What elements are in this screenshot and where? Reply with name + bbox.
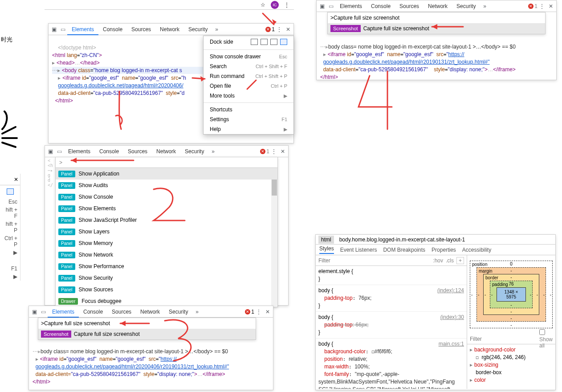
- command-item[interactable]: PanelShow Layers: [56, 226, 277, 237]
- command-result[interactable]: Screenshot Capture full size screenshot: [38, 329, 256, 339]
- command-label: Show Network: [79, 252, 113, 258]
- tab-console[interactable]: Console: [98, 24, 127, 35]
- panel-badge: Panel: [58, 217, 75, 224]
- command-item[interactable]: PanelShow Elements: [56, 203, 277, 214]
- hov-toggle[interactable]: :hov: [433, 257, 443, 264]
- command-label: Show Sources: [79, 286, 113, 293]
- panel-badge: Panel: [58, 182, 75, 189]
- tab-sources[interactable]: Sources: [127, 24, 155, 35]
- device-icon[interactable]: ▭: [39, 307, 48, 316]
- subtab-eventlisteners[interactable]: Event Listeners: [340, 247, 377, 253]
- menu-item[interactable]: Show console drawerEsc: [204, 52, 293, 61]
- command-item[interactable]: PanelShow Performance: [56, 261, 277, 272]
- tab-network[interactable]: Network: [155, 24, 184, 35]
- command-item[interactable]: PanelShow Application: [56, 168, 277, 180]
- panel-badge: Panel: [58, 240, 75, 247]
- panel-badge: Panel: [58, 194, 75, 200]
- shortcut: F1: [0, 265, 20, 273]
- panel-badge: Panel: [58, 275, 75, 282]
- cls-toggle[interactable]: .cls: [446, 257, 454, 264]
- menu-item[interactable]: Open fileCtrl + P: [204, 81, 293, 91]
- device-icon[interactable]: ▭: [58, 25, 67, 34]
- devtools-panel-4: ▣▭ Elements Console Sources Network Secu…: [316, 0, 557, 80]
- command-label: Show Audits: [79, 182, 108, 188]
- panel-badge: Panel: [58, 171, 75, 177]
- computed-filter-input[interactable]: [470, 336, 537, 342]
- box-model-content: 1348 × 5975: [497, 287, 526, 302]
- command-input[interactable]: >Capture full size screenshot: [38, 318, 256, 329]
- dock-label: Dock side: [210, 39, 233, 45]
- command-label: Show Layers: [79, 229, 110, 235]
- inspect-icon[interactable]: ▣: [30, 307, 39, 316]
- new-rule-button[interactable]: +: [456, 257, 464, 264]
- dock-bottom-icon[interactable]: [270, 39, 277, 45]
- command-item[interactable]: PanelShow Audits: [56, 180, 277, 191]
- tab-security[interactable]: Security: [184, 24, 212, 35]
- command-label: Show Console: [79, 194, 113, 200]
- command-label: Capture full size screenshot: [74, 331, 140, 337]
- panel-badge: Panel: [58, 229, 75, 235]
- command-label: Capture full size screenshot: [363, 25, 429, 32]
- subtab-properties[interactable]: Properties: [432, 247, 456, 253]
- close-icon[interactable]: ✕: [284, 25, 293, 34]
- styles-subtabs: Styles Event Listeners DOM Breakpoints P…: [316, 245, 555, 255]
- menu-run-command[interactable]: Run commandCtrl + Shift + P: [204, 71, 293, 81]
- error-badge[interactable]: ✕1: [265, 26, 275, 33]
- command-result[interactable]: Screenshot Capture full size screenshot: [328, 23, 545, 34]
- shortcut: hift + P: [0, 220, 20, 234]
- box-model: position0--- margin---- border---- paddi…: [467, 255, 555, 334]
- command-palette: > PanelShow ApplicationPanelShow AuditsP…: [55, 157, 278, 307]
- shortcut: hift + F: [0, 206, 20, 220]
- settings-kebab-icon[interactable]: ⋮: [275, 25, 284, 34]
- shortcut: Ctrl + P: [0, 234, 20, 249]
- subtab-dombreak[interactable]: DOM Breakpoints: [383, 247, 425, 253]
- shortcut: Esc: [0, 198, 20, 206]
- dock-undock-icon[interactable]: [251, 39, 258, 45]
- command-item[interactable]: PanelShow Security: [56, 272, 277, 284]
- avatar-icon[interactable]: IC: [271, 1, 279, 9]
- command-label: Focus debuggee: [81, 298, 121, 304]
- shortcut: ▶: [0, 273, 20, 281]
- panel-badge: Panel: [58, 252, 75, 258]
- breadcrumb-item[interactable]: html: [318, 236, 334, 244]
- inspect-icon[interactable]: ▣: [49, 25, 58, 34]
- command-item[interactable]: PanelShow JavaScript Profiler: [56, 214, 277, 226]
- subtab-accessibility[interactable]: Accessibility: [462, 247, 491, 253]
- command-item[interactable]: PanelShow Console: [56, 191, 277, 203]
- menu-item[interactable]: More tools▶: [204, 91, 293, 101]
- page-text: 时光: [1, 36, 12, 44]
- dock-left-icon[interactable]: [261, 39, 268, 45]
- command-label: Show Memory: [79, 240, 113, 246]
- menu-item[interactable]: SearchCtrl + Shift + F: [204, 61, 293, 71]
- tab-elements[interactable]: Elements: [48, 306, 79, 318]
- command-item[interactable]: PanelShow Memory: [56, 237, 277, 249]
- command-item[interactable]: PanelShow Sources: [56, 284, 277, 295]
- menu-item[interactable]: SettingsF1: [204, 114, 293, 124]
- kebab-icon[interactable]: ⋮: [284, 2, 289, 8]
- shortcut: ▶: [0, 249, 20, 257]
- breadcrumb-item[interactable]: body.home.blog.logged-in.m-excerpt-cat.s…: [337, 236, 468, 244]
- command-input[interactable]: >Capture full size screenshot: [328, 12, 545, 23]
- menu-item[interactable]: Help▶: [204, 124, 293, 134]
- panel-badge: Panel: [58, 205, 75, 212]
- more-tabs-icon[interactable]: »: [212, 25, 221, 34]
- star-icon[interactable]: ☆: [261, 2, 265, 8]
- command-item[interactable]: PanelShow Network: [56, 249, 277, 261]
- screenshot-badge: Screenshot: [41, 331, 71, 338]
- drawer-badge: Drawer: [58, 298, 78, 305]
- command-label: Show JavaScript Profiler: [79, 217, 137, 223]
- menu-item[interactable]: Shortcuts: [204, 105, 293, 114]
- command-label: Show Application: [79, 171, 119, 177]
- panel-badge: Panel: [58, 286, 75, 293]
- devtools-menu: Dock side Show console drawerEsc SearchC…: [203, 36, 294, 135]
- command-prompt[interactable]: >: [59, 159, 62, 166]
- command-label: Show Performance: [79, 263, 124, 270]
- command-label: Show Elements: [79, 205, 116, 212]
- styles-filter-input[interactable]: [318, 257, 430, 264]
- screenshot-badge: Screenshot: [330, 25, 361, 32]
- tab-elements[interactable]: Elements: [67, 24, 98, 35]
- subtab-styles[interactable]: Styles: [319, 245, 334, 254]
- styles-pane: html body.home.blog.logged-in.m-excerpt-…: [315, 234, 556, 390]
- dock-right-icon[interactable]: [280, 39, 287, 45]
- devtools-tabbar: ▣ ▭ Elements Console Sources Network Sec…: [49, 24, 293, 35]
